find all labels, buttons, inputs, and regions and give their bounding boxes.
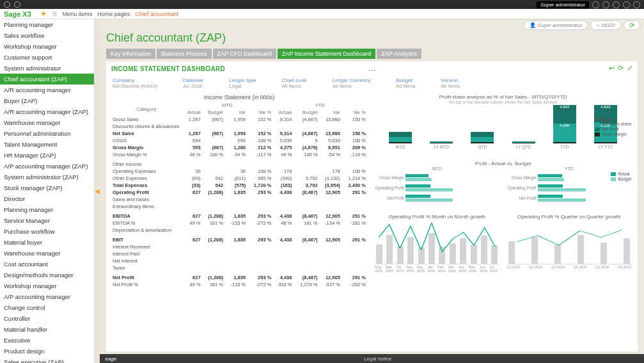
table-row: COGS694694100 %5,03995,030100 %: [111, 137, 367, 144]
sidebar-item[interactable]: System administrator: [0, 63, 94, 74]
page-title: Chief accountant (ZAP): [100, 30, 644, 49]
sidebar-item[interactable]: Design/methods manager: [0, 270, 94, 280]
combo-bar: [471, 245, 477, 264]
sidebar-item[interactable]: Warehouse manager: [0, 117, 94, 128]
table-row: Gross Sales1,287(667)1,954152 %9,314(4,6…: [111, 116, 367, 123]
sidebar-item[interactable]: Planning manager: [0, 204, 94, 215]
sidebar-item[interactable]: Sales executive (ZAP): [0, 357, 94, 363]
sidebar-item[interactable]: A/P accounting manager: [0, 291, 94, 302]
tab[interactable]: ZAP CFO Dashboard: [213, 49, 276, 59]
table-row: Gains and losses: [111, 196, 367, 203]
sidebar-item[interactable]: Workshop manager: [0, 280, 94, 291]
dashboard-filter[interactable]: Ledger typeLegal: [229, 77, 256, 89]
combo-bar: [450, 243, 456, 264]
sidebar-item[interactable]: Warehouse manager: [0, 248, 94, 259]
dash-refresh-icon[interactable]: ⟳: [618, 64, 624, 72]
sidebar-item[interactable]: Stock manager (ZAP): [0, 182, 94, 193]
table-row: Net Interest: [111, 257, 367, 264]
crumb-home[interactable]: Home pages: [97, 11, 130, 17]
combo-bar: [491, 245, 498, 264]
table-row: Net Profit %49 %181 %-133 %-272 %333 %1,…: [111, 281, 367, 288]
table-row: Net Profit627(1,208)1,835293 %4,438(8,46…: [111, 271, 367, 281]
user-role-badge[interactable]: Super administrator: [537, 1, 589, 8]
search-icon[interactable]: [633, 1, 640, 8]
combo-bar: [508, 241, 515, 264]
dashboard-filter[interactable]: Chart codeAll items: [282, 77, 307, 89]
combo-bar: [418, 247, 425, 264]
print-icon[interactable]: [602, 1, 609, 8]
profit-share-subtitle: the top of the stacked column shows the …: [373, 100, 632, 104]
sidebar-item[interactable]: Sales workflow: [0, 30, 94, 41]
table-row: Taxes: [111, 264, 367, 271]
help-icon[interactable]: [4, 1, 10, 8]
clock-icon[interactable]: [623, 1, 630, 8]
dashboard-filter[interactable]: Ledger CurrencyAll items: [333, 77, 371, 89]
combo-bar: [481, 236, 487, 264]
tab[interactable]: ZAP Income Statement Dashboard: [278, 49, 375, 59]
combo-bar: [439, 246, 445, 264]
sidebar-item[interactable]: Director: [0, 193, 94, 204]
brand-logo[interactable]: Sage X3: [4, 10, 31, 18]
sidebar-item[interactable]: Talent Management: [0, 139, 94, 150]
content-area: 👤 Super administrator ⌂ SEED ⟳ Chief acc…: [100, 19, 644, 363]
home-icon[interactable]: [613, 1, 620, 8]
sidebar-item[interactable]: A/R accounting manager (ZAP): [0, 106, 94, 117]
profit-ab-row: Gross Margin: [405, 173, 494, 181]
sidebar-item[interactable]: Workshop manager: [0, 41, 94, 52]
sidebar-item[interactable]: Change control: [0, 302, 94, 313]
tab[interactable]: Key Information: [106, 49, 155, 59]
dashboard-filter[interactable]: CompanyNA Discrete (NA10): [113, 77, 157, 89]
combo-bar: [460, 238, 466, 264]
user-icon[interactable]: [592, 1, 599, 8]
sidebar-item[interactable]: Purchase workflow: [0, 226, 94, 237]
profit-ab-legend: Actual Budget: [611, 172, 631, 182]
table-row: Net Sales1,287(667)1,954152 %9,314(4,667…: [111, 130, 367, 137]
quarter-growth-title: Operating Profit % Quarter on Quarter gr…: [506, 214, 633, 220]
dashboard-panel: INCOME STATEMENT DASHBOARD ↩ ⟳ ⤢ ⋯ Compa…: [106, 61, 638, 351]
dash-expand-icon[interactable]: ⤢: [627, 64, 632, 72]
sidebar-item[interactable]: Personnel administration: [0, 128, 94, 139]
dashboard-filters: CompanyNA Discrete (NA10)CalendarJul 201…: [111, 75, 632, 94]
tab[interactable]: ZAP Analytics: [377, 49, 421, 59]
table-row: Extraordinary Items: [111, 203, 367, 210]
breadcrumb-bar: Sage X3 ★ ⦿ Menu items Home pages Chief …: [0, 9, 644, 19]
sidebar-item[interactable]: Chief accountant (ZAP): [0, 74, 94, 85]
income-statement-title: Income Statement (in 000s): [111, 94, 367, 101]
sidebar-item[interactable]: A/R accounting manager: [0, 85, 94, 95]
profit-actual-budget-chart: Profit - Actual vs. Budget MTD Gross Mar…: [373, 161, 632, 211]
sidebar-item[interactable]: Cost accountant: [0, 259, 94, 270]
tab[interactable]: Business Process: [157, 49, 212, 59]
sidebar-item[interactable]: Material handler: [0, 324, 94, 335]
sidebar-item[interactable]: Product design: [0, 346, 94, 357]
refresh-icon[interactable]: ⟳: [624, 20, 640, 30]
dashboard-filter[interactable]: VersionAll items: [441, 77, 460, 89]
footer-legal[interactable]: Legal notice: [116, 356, 639, 362]
globe-icon[interactable]: [14, 1, 20, 8]
month-growth-title: Operating Profit % Month on Month growth: [373, 214, 501, 220]
combo-bar: [407, 237, 414, 264]
sidebar-item[interactable]: Controller: [0, 313, 94, 324]
chip-seed[interactable]: ⌂ SEED: [590, 20, 621, 30]
dashboard-filter[interactable]: BudgetAll items: [396, 77, 415, 89]
sidebar-item[interactable]: A/P accounting manager (ZAP): [0, 161, 94, 172]
crumb-current: Chief accountant: [135, 11, 178, 17]
dash-back-icon[interactable]: ↩: [609, 64, 615, 72]
sidebar-item[interactable]: Executive: [0, 335, 94, 346]
sidebar-item[interactable]: Service Manager: [0, 215, 94, 226]
profit-share-bar: LY MTD: [425, 141, 457, 149]
sidebar-item[interactable]: Planning manager: [0, 19, 94, 30]
crumb-menu[interactable]: Menu items: [63, 11, 93, 17]
favorite-icon[interactable]: ★: [40, 10, 47, 18]
sidebar-collapse-handle[interactable]: ◀: [95, 19, 100, 363]
sidebar-item[interactable]: Customer support: [0, 52, 94, 63]
dashboard-filter[interactable]: CalendarJul 2016: [183, 77, 203, 89]
sidebar-item[interactable]: HR Manager (ZAP): [0, 150, 94, 161]
chip-admin[interactable]: 👤 Super administrator: [524, 20, 588, 30]
month-growth-chart: Operating Profit % Month on Month growth…: [373, 214, 501, 284]
sidebar-item[interactable]: Buyer (ZAP): [0, 95, 94, 106]
tab-bar: Key InformationBusiness ProcessZAP CFO D…: [100, 49, 644, 61]
app-topbar: Super administrator: [0, 0, 644, 9]
combo-bar: [554, 245, 561, 264]
sidebar-item[interactable]: System administrator (ZAP): [0, 172, 94, 182]
sidebar-item[interactable]: Material buyer: [0, 237, 94, 248]
